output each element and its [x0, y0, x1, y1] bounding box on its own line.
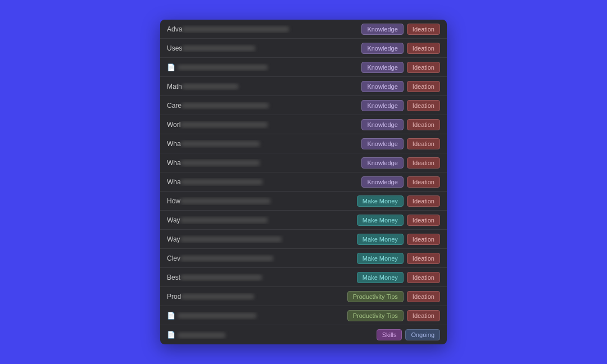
- row-title: 📄: [167, 63, 361, 71]
- category-badge[interactable]: Make Money: [357, 253, 404, 264]
- row-title: Uses: [167, 44, 361, 52]
- category-badge[interactable]: Knowledge: [361, 24, 403, 35]
- category-badge[interactable]: Make Money: [357, 272, 404, 283]
- blurred-content: [181, 141, 260, 147]
- row-badges: KnowledgeIdeation: [361, 43, 440, 54]
- blurred-content: [182, 103, 269, 108]
- blurred-content: [180, 275, 262, 280]
- category-badge[interactable]: Productivity Tips: [347, 310, 404, 321]
- status-badge[interactable]: Ideation: [407, 176, 440, 188]
- blurred-content: [181, 179, 262, 185]
- row-title: Way: [167, 235, 357, 243]
- category-badge[interactable]: Productivity Tips: [347, 291, 404, 302]
- row-title: Math: [167, 83, 361, 90]
- status-badge[interactable]: Ideation: [407, 43, 440, 54]
- row-title: Wha: [167, 178, 361, 186]
- blurred-content: [180, 236, 282, 242]
- table-row[interactable]: WayMake MoneyIdeation: [160, 211, 447, 230]
- doc-icon: 📄: [167, 312, 175, 320]
- row-title: How: [167, 197, 357, 205]
- row-title: 📄: [167, 312, 347, 320]
- row-title: Prod: [167, 293, 347, 301]
- table-row[interactable]: WayMake MoneyIdeation: [160, 230, 447, 249]
- category-badge[interactable]: Knowledge: [361, 157, 403, 169]
- category-badge[interactable]: Knowledge: [361, 81, 403, 92]
- table-row[interactable]: UsesKnowledgeIdeation: [160, 39, 447, 58]
- category-badge[interactable]: Knowledge: [361, 119, 403, 130]
- row-title: Wha: [167, 140, 361, 148]
- status-badge[interactable]: Ideation: [407, 310, 440, 321]
- row-title: Adva: [167, 25, 361, 33]
- blurred-content: [182, 46, 255, 51]
- row-title: Clev: [167, 254, 357, 262]
- row-title: Care: [167, 102, 361, 110]
- status-badge[interactable]: Ideation: [407, 81, 440, 92]
- status-badge[interactable]: Ideation: [407, 291, 440, 302]
- category-badge[interactable]: Make Money: [357, 215, 404, 226]
- category-badge[interactable]: Knowledge: [361, 100, 403, 111]
- row-badges: KnowledgeIdeation: [361, 119, 440, 130]
- table-row[interactable]: 📄Productivity TipsIdeation: [160, 306, 447, 325]
- table-row[interactable]: WorlKnowledgeIdeation: [160, 115, 447, 134]
- table-row[interactable]: ProdProductivity TipsIdeation: [160, 287, 447, 306]
- doc-icon: 📄: [167, 63, 175, 71]
- status-badge[interactable]: Ongoing: [405, 329, 440, 340]
- row-title: Wha: [167, 159, 361, 167]
- table-row[interactable]: ClevMake MoneyIdeation: [160, 249, 447, 268]
- table-row[interactable]: MathKnowledgeIdeation: [160, 77, 447, 96]
- row-badges: SkillsOngoing: [377, 329, 440, 340]
- status-badge[interactable]: Ideation: [407, 272, 440, 283]
- row-badges: KnowledgeIdeation: [361, 24, 440, 35]
- row-badges: Make MoneyIdeation: [357, 272, 440, 283]
- blurred-content: [180, 122, 268, 128]
- status-badge[interactable]: Ideation: [407, 100, 440, 111]
- blurred-content: [180, 198, 270, 204]
- category-badge[interactable]: Make Money: [357, 234, 404, 245]
- table-row[interactable]: WhaKnowledgeIdeation: [160, 153, 447, 172]
- row-title: Best: [167, 274, 357, 281]
- blurred-content: [182, 84, 238, 89]
- category-badge[interactable]: Knowledge: [361, 138, 403, 149]
- category-badge[interactable]: Knowledge: [361, 62, 403, 73]
- status-badge[interactable]: Ideation: [407, 62, 440, 73]
- table-row[interactable]: CareKnowledgeIdeation: [160, 96, 447, 115]
- row-title: Worl: [167, 121, 361, 129]
- table-row[interactable]: HowMake MoneyIdeation: [160, 192, 447, 211]
- content-table: AdvaKnowledgeIdeationUsesKnowledgeIdeati…: [160, 20, 447, 344]
- table-row[interactable]: BestMake MoneyIdeation: [160, 268, 447, 287]
- blurred-content: [180, 256, 273, 261]
- row-badges: KnowledgeIdeation: [361, 81, 440, 92]
- status-badge[interactable]: Ideation: [407, 138, 440, 149]
- row-badges: KnowledgeIdeation: [361, 176, 440, 188]
- status-badge[interactable]: Ideation: [407, 119, 440, 130]
- category-badge[interactable]: Knowledge: [361, 176, 403, 188]
- category-badge[interactable]: Skills: [377, 329, 402, 340]
- status-badge[interactable]: Ideation: [407, 24, 440, 35]
- table-row[interactable]: 📄SkillsOngoing: [160, 325, 447, 344]
- row-badges: KnowledgeIdeation: [361, 100, 440, 111]
- row-badges: Make MoneyIdeation: [357, 215, 440, 226]
- status-badge[interactable]: Ideation: [407, 215, 440, 226]
- blurred-content: [182, 26, 289, 32]
- category-badge[interactable]: Make Money: [357, 195, 404, 207]
- blurred-content: [178, 333, 225, 338]
- table-row[interactable]: WhaKnowledgeIdeation: [160, 134, 447, 153]
- row-badges: Productivity TipsIdeation: [347, 310, 440, 321]
- category-badge[interactable]: Knowledge: [361, 43, 403, 54]
- row-badges: KnowledgeIdeation: [361, 157, 440, 169]
- table-row[interactable]: 📄KnowledgeIdeation: [160, 58, 447, 77]
- blurred-content: [180, 217, 268, 223]
- row-badges: KnowledgeIdeation: [361, 62, 440, 73]
- table-row[interactable]: AdvaKnowledgeIdeation: [160, 20, 447, 39]
- blurred-content: [178, 65, 268, 70]
- blurred-content: [181, 294, 254, 299]
- table-row[interactable]: WhaKnowledgeIdeation: [160, 172, 447, 192]
- status-badge[interactable]: Ideation: [407, 195, 440, 207]
- status-badge[interactable]: Ideation: [407, 157, 440, 169]
- blurred-content: [181, 160, 260, 166]
- row-title: 📄: [167, 331, 377, 339]
- status-badge[interactable]: Ideation: [407, 253, 440, 264]
- row-badges: KnowledgeIdeation: [361, 138, 440, 149]
- status-badge[interactable]: Ideation: [407, 234, 440, 245]
- row-title: Way: [167, 216, 357, 224]
